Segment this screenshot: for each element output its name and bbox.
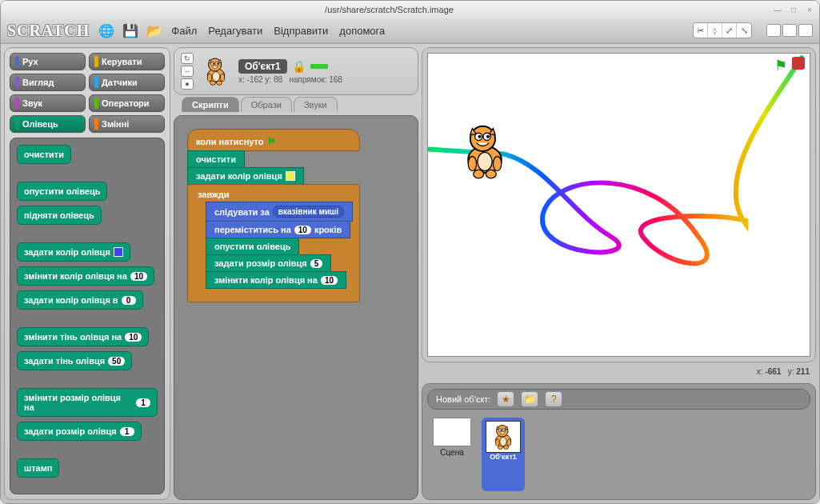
script-stack[interactable]: коли натиснуто⚑ очистити задати колір ол… bbox=[187, 129, 360, 302]
green-flag-icon: ⚑ bbox=[267, 136, 276, 147]
menu-help[interactable]: допомога bbox=[339, 25, 385, 37]
block-set-size[interactable]: задати розмір олівця1 bbox=[17, 422, 142, 441]
block-clear[interactable]: очистити bbox=[17, 145, 71, 164]
category-control[interactable]: Керувати bbox=[89, 53, 165, 70]
block-palette: Рух Керувати Вигляд Датчики Звук Операто… bbox=[4, 47, 170, 500]
shrink-tool-icon[interactable]: ⤡ bbox=[737, 23, 751, 38]
sprite-thumbnail[interactable] bbox=[200, 54, 232, 89]
sprite-name-field[interactable]: Об'єкт1 bbox=[238, 59, 287, 74]
category-operators[interactable]: Оператори bbox=[89, 94, 165, 112]
lock-icon[interactable]: 🔒 bbox=[292, 60, 306, 73]
goto-dropdown[interactable]: вказівник миші bbox=[273, 206, 344, 218]
block-set-shade[interactable]: задати тінь олівця50 bbox=[17, 351, 132, 370]
mouse-coord-readout: x: -661 y: 211 bbox=[422, 366, 816, 380]
presentation-button[interactable] bbox=[798, 24, 813, 37]
script-set-pen-size[interactable]: задати розмір олівця 5 bbox=[206, 254, 331, 272]
block-change-shade[interactable]: змінити тінь олівця на10 bbox=[17, 327, 149, 346]
rotate-free-button[interactable]: ↻ bbox=[181, 53, 194, 64]
category-motion[interactable]: Рух bbox=[10, 53, 86, 70]
stage-sprite[interactable] bbox=[454, 118, 516, 185]
draggable-indicator bbox=[310, 64, 328, 69]
open-icon[interactable]: 📂 bbox=[147, 23, 162, 38]
hat-when-flag-clicked[interactable]: коли натиснуто⚑ bbox=[187, 129, 360, 151]
new-object-label: Новий об'єкт: bbox=[436, 394, 490, 404]
scratch-logo: SCRATCH bbox=[7, 22, 90, 40]
menu-edit[interactable]: Редагувати bbox=[208, 25, 262, 37]
window-title: /usr/share/scratch/Scratch.image bbox=[6, 5, 773, 14]
sprite-position-readout: x: -162 y: 88 напрямок: 168 bbox=[238, 75, 342, 84]
large-stage-button[interactable] bbox=[782, 24, 797, 37]
save-icon[interactable]: 💾 bbox=[123, 23, 138, 38]
close-button[interactable]: × bbox=[805, 5, 814, 14]
block-list: очистити опустити олівець підняти олівец… bbox=[10, 138, 165, 494]
move-steps-input[interactable]: 10 bbox=[294, 226, 311, 234]
script-change-pen-color[interactable]: змінити колір олівця на 10 bbox=[206, 271, 346, 289]
tab-scripts[interactable]: Скрипти bbox=[182, 97, 239, 112]
script-area[interactable]: коли натиснуто⚑ очистити задати колір ол… bbox=[174, 115, 418, 500]
block-set-pen-color-num[interactable]: задати колір олівця в0 bbox=[17, 290, 143, 310]
category-pen[interactable]: Олівець bbox=[10, 115, 86, 133]
small-stage-button[interactable] bbox=[766, 24, 781, 37]
stop-button[interactable] bbox=[792, 57, 805, 70]
block-change-pen-color[interactable]: змінити колір олівця на10 bbox=[17, 266, 154, 286]
menu-share[interactable]: Відправити bbox=[274, 25, 328, 37]
change-color-input[interactable]: 10 bbox=[321, 276, 338, 285]
category-looks[interactable]: Вигляд bbox=[10, 74, 86, 91]
color-swatch[interactable] bbox=[114, 247, 123, 257]
script-set-color[interactable]: задати колір олівця bbox=[187, 167, 304, 185]
choose-sprite-file-button[interactable]: 📁 bbox=[521, 391, 538, 407]
sprite-info-panel: ↻ ↔ ● Об'єкт1 🔒 x: -162 y: 88 напрямок: … bbox=[174, 47, 418, 95]
os-titlebar: /usr/share/scratch/Scratch.image — □ × bbox=[1, 1, 819, 18]
app-toolbar: SCRATCH 🌐 💾 📂 Файл Редагувати Відправити… bbox=[1, 18, 819, 44]
category-variables[interactable]: Змінні bbox=[89, 115, 165, 133]
sprite-tile-1[interactable]: Об'єкт1 bbox=[482, 418, 525, 491]
block-pen-up[interactable]: підняти олівець bbox=[17, 206, 102, 225]
tool-buttons: ✂ ⎀ ⤢ ⤡ bbox=[693, 22, 752, 38]
rotate-none-button[interactable]: ● bbox=[181, 78, 194, 90]
script-forever[interactable]: завжди слідувати за вказівник миші перем… bbox=[187, 184, 360, 302]
tab-costumes[interactable]: Образи bbox=[241, 97, 292, 112]
menu-file[interactable]: Файл bbox=[171, 25, 197, 37]
pen-trail bbox=[428, 54, 810, 356]
stage-panel: ⚑ bbox=[422, 47, 816, 362]
stage-canvas[interactable]: ⚑ bbox=[427, 53, 810, 357]
copy-tool-icon[interactable]: ⎀ bbox=[708, 23, 722, 38]
script-move-steps[interactable]: переміститись на 10 кроків bbox=[206, 221, 350, 238]
block-change-size[interactable]: змінити розмір олівця на1 bbox=[17, 388, 158, 417]
category-sensing[interactable]: Датчики bbox=[89, 74, 165, 91]
rotate-lr-button[interactable]: ↔ bbox=[181, 66, 194, 77]
paint-new-sprite-button[interactable]: ★ bbox=[497, 391, 514, 407]
globe-icon[interactable]: 🌐 bbox=[99, 23, 114, 38]
tab-sounds[interactable]: Звуки bbox=[294, 97, 338, 112]
green-flag-button[interactable]: ⚑ bbox=[774, 57, 787, 74]
stamp-tool-icon[interactable]: ✂ bbox=[694, 23, 708, 38]
category-sound[interactable]: Звук bbox=[10, 94, 86, 112]
block-set-pen-color[interactable]: задати колір олівця bbox=[17, 242, 130, 262]
maximize-button[interactable]: □ bbox=[789, 5, 798, 14]
sprite-list-panel: Новий об'єкт: ★ 📁 ? Сцена Об'єкт1 bbox=[422, 383, 816, 500]
stage-tile[interactable]: Сцена bbox=[430, 418, 474, 491]
script-pen-down[interactable]: опустити олівець bbox=[206, 238, 299, 255]
pen-size-input[interactable]: 5 bbox=[310, 259, 323, 268]
script-clear[interactable]: очистити bbox=[187, 150, 245, 168]
color-swatch[interactable] bbox=[286, 171, 295, 181]
block-pen-down[interactable]: опустити олівець bbox=[17, 182, 107, 201]
script-goto-mouse[interactable]: слідувати за вказівник миші bbox=[206, 202, 353, 222]
block-stamp[interactable]: штамп bbox=[17, 458, 59, 478]
grow-tool-icon[interactable]: ⤢ bbox=[722, 23, 737, 38]
surprise-sprite-button[interactable]: ? bbox=[545, 391, 562, 407]
minimize-button[interactable]: — bbox=[773, 5, 782, 14]
